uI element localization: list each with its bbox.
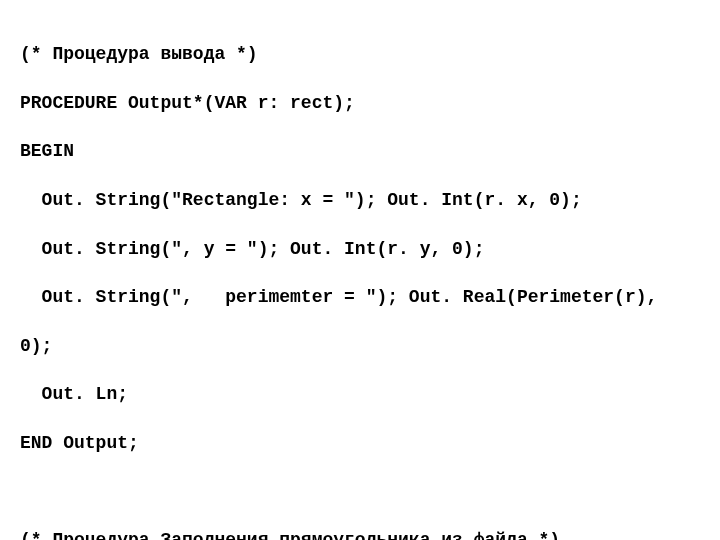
code-line: (* Процедура вывода *) xyxy=(20,42,700,66)
code-listing: (* Процедура вывода *) PROCEDURE Output*… xyxy=(0,0,720,540)
code-line: BEGIN xyxy=(20,139,700,163)
code-line: PROCEDURE Output*(VAR r: rect); xyxy=(20,91,700,115)
code-line: Out. String("Rectangle: x = "); Out. Int… xyxy=(20,188,700,212)
blank-line xyxy=(20,480,700,504)
code-line: 0); xyxy=(20,334,700,358)
code-line: Out. String(", y = "); Out. Int(r. y, 0)… xyxy=(20,237,700,261)
code-line: Out. String(", perimemter = "); Out. Rea… xyxy=(20,285,700,309)
code-line: END Output; xyxy=(20,431,700,455)
code-line: Out. Ln; xyxy=(20,382,700,406)
code-line: (* Процедура Заполнения прямоугольника и… xyxy=(20,528,700,540)
